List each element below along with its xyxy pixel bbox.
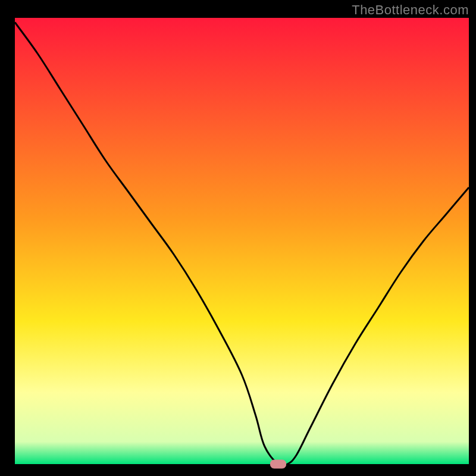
attribution-text: TheBottleneck.com <box>352 2 469 18</box>
plot-background <box>15 18 469 464</box>
optimum-marker <box>271 460 286 468</box>
bottleneck-chart <box>0 0 476 476</box>
chart-frame: TheBottleneck.com <box>0 0 476 476</box>
